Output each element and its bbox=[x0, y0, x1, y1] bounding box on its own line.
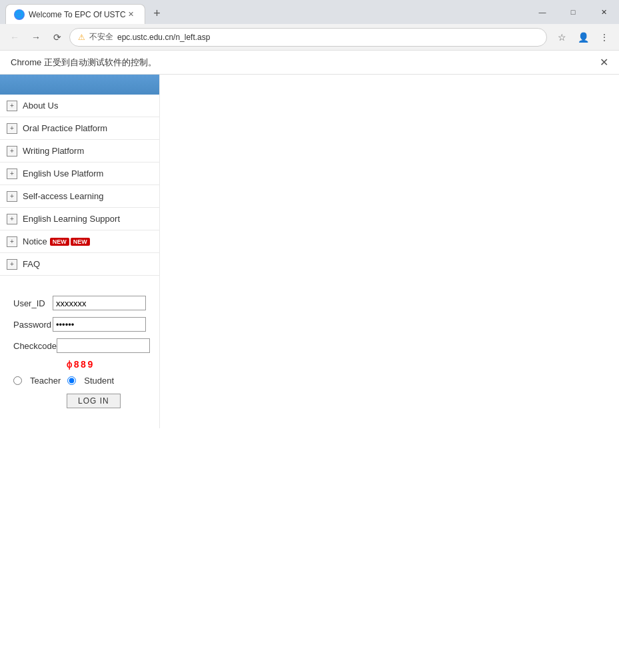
nav-expand-icon: + bbox=[7, 146, 17, 157]
nav-header bbox=[0, 75, 159, 95]
sidebar-item-about-us[interactable]: + About Us bbox=[0, 95, 159, 117]
userid-label: User_ID bbox=[13, 298, 53, 308]
notification-close-button[interactable]: ✕ bbox=[600, 56, 608, 69]
new-badge-2: New bbox=[71, 238, 90, 246]
new-tab-button[interactable]: + bbox=[148, 4, 167, 23]
password-input[interactable] bbox=[53, 317, 146, 332]
student-radio-label: Student bbox=[84, 376, 114, 386]
maximize-button[interactable]: □ bbox=[558, 0, 588, 24]
sidebar-item-label: English Use Platform bbox=[23, 168, 103, 178]
role-radio-row: Teacher Student bbox=[13, 376, 146, 386]
userid-row: User_ID bbox=[13, 296, 146, 310]
url-text: epc.ustc.edu.cn/n_left.asp bbox=[117, 33, 210, 42]
sidebar-item-oral-practice[interactable]: + Oral Practice Platform bbox=[0, 117, 159, 140]
account-button[interactable]: 👤 bbox=[574, 28, 592, 47]
checkcode-row: Checkcode bbox=[13, 338, 146, 353]
new-badge-1: New bbox=[50, 238, 69, 246]
password-label: Password bbox=[13, 320, 53, 330]
tab-bar: Welcome To EPC Of USTC ✕ + — □ ✕ bbox=[0, 0, 619, 24]
sidebar-item-self-access[interactable]: + Self-access Learning bbox=[0, 185, 159, 208]
browser-window: Welcome To EPC Of USTC ✕ + — □ ✕ ← → ⟳ ⚠… bbox=[0, 0, 619, 428]
tab-title: Welcome To EPC Of USTC bbox=[29, 10, 126, 19]
login-button-wrapper: LOG IN bbox=[13, 394, 146, 408]
checkcode-label: Checkcode bbox=[13, 341, 57, 351]
security-warning-text: 不安全 bbox=[89, 31, 113, 43]
sidebar-item-notice[interactable]: + Notice New New bbox=[0, 230, 159, 253]
tab-close-button[interactable]: ✕ bbox=[126, 9, 137, 20]
sidebar-item-label: English Learning Support bbox=[23, 214, 120, 224]
reload-button[interactable]: ⟳ bbox=[48, 28, 67, 47]
address-bar: ← → ⟳ ⚠ 不安全 epc.ustc.edu.cn/n_left.asp ☆… bbox=[0, 24, 619, 51]
sidebar-item-label: Oral Practice Platform bbox=[23, 123, 107, 133]
captcha-image: ф889 bbox=[67, 360, 146, 370]
nav-expand-icon: + bbox=[7, 214, 17, 224]
browser-icons: ☆ 👤 ⋮ bbox=[552, 28, 614, 47]
tab-favicon bbox=[14, 9, 25, 20]
back-button[interactable]: ← bbox=[5, 28, 24, 47]
checkcode-input[interactable] bbox=[57, 338, 150, 353]
sidebar-item-label: FAQ bbox=[23, 259, 40, 269]
userid-input[interactable] bbox=[53, 296, 146, 310]
sidebar-item-label: Writing Platform bbox=[23, 146, 84, 156]
sidebar-item-english-learning[interactable]: + English Learning Support bbox=[0, 208, 159, 230]
security-warning-icon: ⚠ bbox=[78, 33, 85, 42]
sidebar-item-english-use[interactable]: + English Use Platform bbox=[0, 163, 159, 185]
login-button[interactable]: LOG IN bbox=[67, 394, 121, 408]
notification-bar: Chrome 正受到自动测试软件的控制。 ✕ bbox=[0, 51, 619, 75]
sidebar-item-writing-platform[interactable]: + Writing Platform bbox=[0, 140, 159, 163]
forward-button[interactable]: → bbox=[27, 28, 45, 47]
address-input[interactable]: ⚠ 不安全 epc.ustc.edu.cn/n_left.asp bbox=[69, 28, 547, 47]
sidebar-item-faq[interactable]: + FAQ bbox=[0, 253, 159, 276]
nav-expand-icon: + bbox=[7, 123, 17, 134]
left-nav: + About Us + Oral Practice Platform + Wr… bbox=[0, 75, 160, 428]
student-radio[interactable] bbox=[67, 376, 76, 385]
sidebar-item-label: About Us bbox=[23, 101, 58, 111]
nav-expand-icon: + bbox=[7, 101, 17, 111]
login-form: User_ID Password Checkcode ф889 Teacher … bbox=[0, 276, 159, 428]
nav-expand-icon: + bbox=[7, 259, 17, 270]
password-row: Password bbox=[13, 317, 146, 332]
teacher-radio-label: Teacher bbox=[30, 376, 61, 386]
page-content: + About Us + Oral Practice Platform + Wr… bbox=[0, 75, 619, 428]
close-button[interactable]: ✕ bbox=[588, 0, 619, 24]
active-tab[interactable]: Welcome To EPC Of USTC ✕ bbox=[5, 4, 145, 24]
bookmark-button[interactable]: ☆ bbox=[552, 28, 571, 47]
minimize-button[interactable]: — bbox=[527, 0, 558, 24]
teacher-radio[interactable] bbox=[13, 376, 22, 385]
nav-expand-icon: + bbox=[7, 236, 17, 247]
nav-expand-icon: + bbox=[7, 191, 17, 202]
nav-expand-icon: + bbox=[7, 168, 17, 179]
notification-text: Chrome 正受到自动测试软件的控制。 bbox=[11, 57, 157, 69]
window-controls: — □ ✕ bbox=[527, 0, 619, 24]
sidebar-item-label: Self-access Learning bbox=[23, 191, 103, 201]
sidebar-item-label: Notice bbox=[23, 236, 47, 246]
menu-button[interactable]: ⋮ bbox=[595, 28, 614, 47]
main-content bbox=[160, 75, 619, 428]
